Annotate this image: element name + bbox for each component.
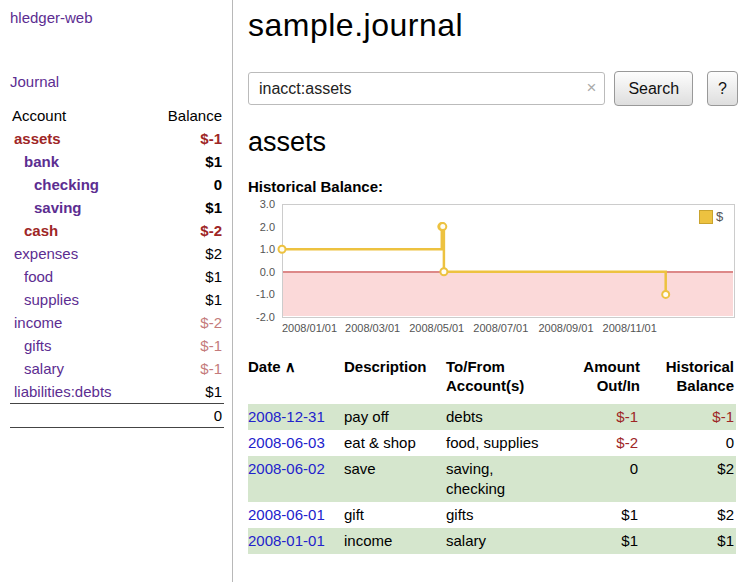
account-link[interactable]: checking — [34, 176, 99, 193]
sidebar: hledger-web Journal Account Balance asse… — [0, 0, 233, 582]
account-row: liabilities:debts$1 — [10, 380, 224, 404]
account-balance: $2 — [147, 242, 224, 265]
accounts-total-spacer — [10, 404, 147, 428]
account-link[interactable]: bank — [24, 153, 59, 170]
account-row: salary$-1 — [10, 357, 224, 380]
account-name-cell: food — [10, 265, 147, 288]
transaction-date-link[interactable]: 2008-06-01 — [248, 506, 325, 523]
account-row: food$1 — [10, 265, 224, 288]
account-row: income$-2 — [10, 311, 224, 334]
account-link[interactable]: saving — [34, 199, 82, 216]
x-tick-label: 2008/01/01 — [282, 322, 337, 334]
txn-header-accounts: To/From Account(s) — [446, 355, 578, 404]
account-balance: $1 — [147, 288, 224, 311]
y-tick-label: 3.0 — [260, 200, 275, 210]
txn-header-amount: Amount Out/In — [578, 355, 644, 404]
account-balance: $-1 — [147, 357, 224, 380]
transaction-date-link[interactable]: 2008-06-02 — [248, 460, 325, 477]
account-link[interactable]: expenses — [14, 245, 78, 262]
account-name-cell: salary — [10, 357, 147, 380]
transaction-date-link[interactable]: 2008-01-01 — [248, 532, 325, 549]
account-link[interactable]: salary — [24, 360, 64, 377]
transaction-balance: 0 — [644, 430, 736, 456]
main-content: sample.journal × Search ? assets Histori… — [248, 0, 738, 554]
y-tick-label: 2.0 — [260, 221, 275, 233]
account-name-cell: checking — [10, 173, 147, 196]
transaction-row: 2008-06-02savesaving, checking0$2 — [248, 456, 736, 502]
x-tick-label: 2008/07/01 — [473, 322, 528, 334]
transaction-balance: $2 — [644, 456, 736, 502]
account-row: supplies$1 — [10, 288, 224, 311]
legend-label: $ — [716, 209, 724, 224]
account-row: saving$1 — [10, 196, 224, 219]
transaction-description: pay off — [344, 404, 446, 430]
account-link[interactable]: gifts — [24, 337, 52, 354]
y-tick-label: 1.0 — [260, 243, 275, 255]
app-title-link[interactable]: hledger-web — [10, 9, 224, 26]
account-name-cell: income — [10, 311, 147, 334]
account-name-cell: assets — [10, 127, 147, 150]
page-title: sample.journal — [248, 7, 738, 44]
transaction-row: 2008-06-03eat & shopfood, supplies$-20 — [248, 430, 736, 456]
y-tick-label: -1.0 — [256, 288, 275, 300]
help-button[interactable]: ? — [707, 71, 738, 106]
sort-ascending-icon: ∧ — [285, 358, 296, 375]
account-link[interactable]: income — [14, 314, 62, 331]
account-heading: assets — [248, 127, 738, 158]
txn-header-date[interactable]: Date ∧ — [248, 355, 344, 404]
account-link[interactable]: assets — [14, 130, 61, 147]
transaction-description: eat & shop — [344, 430, 446, 456]
search-input[interactable] — [248, 72, 605, 105]
transaction-accounts: food, supplies — [446, 430, 578, 456]
transaction-row: 2008-06-01giftgifts$1$2 — [248, 502, 736, 528]
transaction-balance: $1 — [644, 528, 736, 554]
account-row: gifts$-1 — [10, 334, 224, 357]
search-button[interactable]: Search — [614, 71, 693, 106]
transaction-row: 2008-01-01incomesalary$1$1 — [248, 528, 736, 554]
y-tick-label: 0.0 — [260, 266, 275, 278]
search-bar: × Search ? — [248, 71, 738, 106]
accounts-header-account: Account — [10, 104, 147, 127]
y-tick-label: -2.0 — [256, 311, 275, 323]
transaction-description: save — [344, 456, 446, 502]
transaction-date-link[interactable]: 2008-12-31 — [248, 408, 325, 425]
data-point-marker — [439, 223, 446, 230]
account-link[interactable]: cash — [24, 222, 58, 239]
account-balance: $1 — [147, 265, 224, 288]
transactions-table: Date ∧ Description To/From Account(s) Am… — [248, 355, 736, 554]
data-point-marker — [279, 246, 286, 253]
account-name-cell: expenses — [10, 242, 147, 265]
accounts-table: Account Balance assets$-1bank$1checking0… — [10, 104, 224, 428]
historical-balance-chart: 3.02.01.00.0-1.0-2.02008/01/012008/03/01… — [248, 200, 738, 342]
account-balance: $-2 — [147, 219, 224, 242]
account-name-cell: liabilities:debts — [10, 380, 147, 404]
txn-header-balance: Historical Balance — [644, 355, 736, 404]
account-link[interactable]: supplies — [24, 291, 79, 308]
x-tick-label: 2008/09/01 — [538, 322, 593, 334]
accounts-total-row: 0 — [10, 404, 224, 428]
transaction-amount: 0 — [578, 456, 644, 502]
transaction-amount: $1 — [578, 528, 644, 554]
transaction-date-cell: 2008-06-02 — [248, 456, 344, 502]
transaction-date-link[interactable]: 2008-06-03 — [248, 434, 325, 451]
account-balance: $-1 — [147, 127, 224, 150]
account-link[interactable]: liabilities:debts — [14, 383, 112, 400]
accounts-header-row: Account Balance — [10, 104, 224, 127]
x-tick-label: 2008/03/01 — [345, 322, 400, 334]
account-name-cell: gifts — [10, 334, 147, 357]
account-name-cell: supplies — [10, 288, 147, 311]
transaction-amount: $1 — [578, 502, 644, 528]
account-link[interactable]: food — [24, 268, 53, 285]
data-point-marker — [440, 268, 447, 275]
accounts-total-value: 0 — [147, 404, 224, 428]
account-row: bank$1 — [10, 150, 224, 173]
clear-search-icon[interactable]: × — [586, 78, 596, 98]
account-balance: 0 — [147, 173, 224, 196]
accounts-header-balance: Balance — [147, 104, 224, 127]
transaction-date-cell: 2008-06-03 — [248, 430, 344, 456]
transaction-balance: $-1 — [644, 404, 736, 430]
account-row: checking0 — [10, 173, 224, 196]
sidebar-item-journal[interactable]: Journal — [10, 73, 224, 90]
transaction-row: 2008-12-31pay offdebts$-1$-1 — [248, 404, 736, 430]
account-row: assets$-1 — [10, 127, 224, 150]
